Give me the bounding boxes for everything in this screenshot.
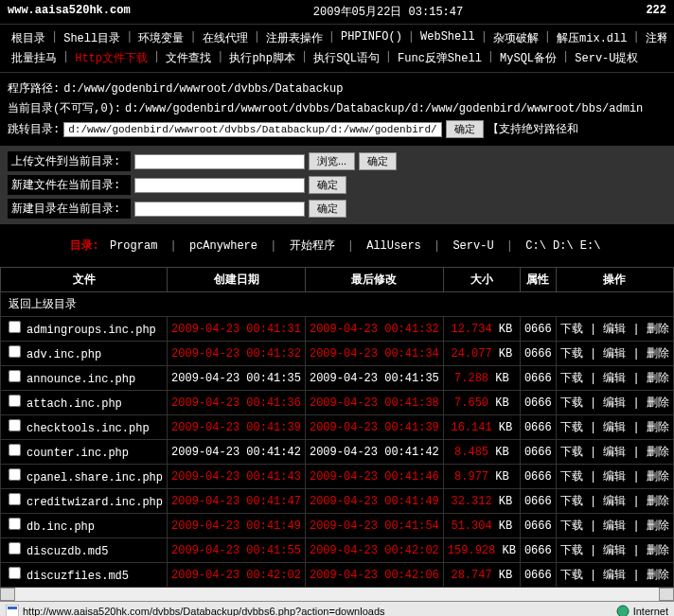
scroll-left-button[interactable] [0, 588, 15, 601]
scroll-right-button[interactable] [659, 588, 674, 601]
file-checkbox[interactable] [9, 518, 21, 530]
newfile-confirm-button[interactable]: 确定 [309, 176, 346, 194]
upload-confirm-button[interactable]: 确定 [359, 152, 397, 170]
menu-item[interactable]: 文件查找 [162, 50, 215, 66]
quick-link[interactable]: C:\ D:\ E:\ [522, 239, 604, 253]
menu-item[interactable]: MySQL备份 [496, 50, 560, 66]
del-link[interactable]: 删除 [647, 372, 669, 385]
jump-confirm-button[interactable]: 确定 [446, 120, 484, 138]
menu-item[interactable]: Func反弹Shell [394, 50, 486, 66]
file-name[interactable]: attach.inc.php [27, 397, 122, 411]
file-checkbox[interactable] [9, 419, 21, 431]
ed-link[interactable]: 编辑 [603, 396, 626, 410]
dl-link[interactable]: 下载 [560, 372, 583, 385]
file-name[interactable]: announce.inc.php [27, 373, 135, 386]
del-link[interactable]: 删除 [647, 446, 669, 459]
del-link[interactable]: 删除 [647, 495, 669, 508]
dl-link[interactable]: 下载 [560, 569, 583, 582]
file-name[interactable]: creditwizard.inc.php [27, 496, 163, 509]
menu-item[interactable]: 注册表操作 [262, 30, 327, 46]
created-date: 2009-04-23 00:41:39 [168, 415, 306, 440]
del-link[interactable]: 删除 [647, 544, 669, 557]
newdir-confirm-button[interactable]: 确定 [309, 200, 346, 218]
file-name[interactable]: admingroups.inc.php [27, 324, 156, 337]
newdir-input[interactable] [134, 202, 305, 217]
file-checkbox[interactable] [9, 370, 21, 382]
quick-link[interactable]: 开始程序 [286, 239, 339, 253]
horizontal-scrollbar[interactable] [0, 588, 674, 601]
menu-item[interactable]: WebShell [417, 30, 479, 46]
scroll-track[interactable] [15, 588, 659, 601]
menu-item[interactable]: Shell目录 [60, 30, 124, 46]
upload-input[interactable] [134, 154, 305, 169]
ed-link[interactable]: 编辑 [603, 372, 626, 385]
menu-item[interactable]: 执行SQL语句 [310, 50, 383, 66]
quick-link[interactable]: AllUsers [363, 239, 425, 253]
menu-item[interactable]: 在线代理 [199, 30, 252, 46]
del-link[interactable]: 删除 [647, 347, 669, 361]
file-checkbox[interactable] [9, 321, 21, 333]
back-row[interactable]: 返回上级目录 [1, 292, 674, 317]
quick-links: 目录: Program | pcAnywhere | 开始程序 | AllUse… [0, 224, 674, 267]
dl-link[interactable]: 下载 [560, 544, 583, 557]
menu-item[interactable]: 环境变量 [134, 30, 187, 46]
menu-item[interactable]: PHPINFO() [337, 30, 406, 46]
dl-link[interactable]: 下载 [560, 519, 583, 533]
file-name[interactable]: checktools.inc.php [27, 422, 150, 435]
ed-link[interactable]: 编辑 [603, 347, 626, 361]
menu-item[interactable]: Serv-U提权 [571, 50, 642, 66]
menu-item[interactable]: 解压mix.dll [553, 30, 630, 46]
file-name[interactable]: discuzfiles.md5 [27, 570, 129, 583]
back-link[interactable]: 返回上级目录 [1, 292, 674, 317]
quick-link[interactable]: Serv-U [449, 239, 497, 253]
file-name[interactable]: discuzdb.md5 [27, 545, 108, 558]
dl-link[interactable]: 下载 [560, 396, 583, 410]
newfile-input[interactable] [134, 178, 305, 193]
file-checkbox[interactable] [9, 493, 21, 505]
menu-item[interactable]: Http文件下载 [71, 50, 151, 66]
menu-item[interactable]: 批量挂马 [8, 50, 61, 66]
dl-link[interactable]: 下载 [560, 421, 583, 434]
ed-link[interactable]: 编辑 [603, 495, 626, 508]
dl-link[interactable]: 下载 [560, 347, 583, 361]
del-link[interactable]: 删除 [647, 396, 669, 410]
file-checkbox[interactable] [9, 542, 21, 554]
ed-link[interactable]: 编辑 [603, 446, 626, 459]
ed-link[interactable]: 编辑 [603, 470, 626, 484]
ed-link[interactable]: 编辑 [603, 544, 626, 557]
dl-link[interactable]: 下载 [560, 323, 583, 336]
dl-link[interactable]: 下载 [560, 470, 583, 484]
browse-button[interactable]: 浏览... [309, 152, 355, 170]
file-checkbox[interactable] [9, 567, 21, 579]
newfile-label: 新建文件在当前目录: [8, 175, 131, 195]
created-date: 2009-04-23 00:41:42 [168, 440, 306, 465]
menu-item[interactable]: 根目录 [8, 30, 49, 46]
menu-item[interactable]: 注释 [642, 30, 666, 46]
file-checkbox[interactable] [9, 395, 21, 407]
quick-link[interactable]: Program [106, 239, 161, 253]
menu-item[interactable]: 杂项破解 [489, 30, 542, 46]
file-size: 51.304 KB [443, 514, 520, 538]
file-name[interactable]: adv.inc.php [27, 348, 101, 361]
file-name[interactable]: db.inc.php [27, 520, 95, 534]
file-checkbox[interactable] [9, 468, 21, 481]
dl-link[interactable]: 下载 [560, 495, 583, 508]
menu-item[interactable]: 执行php脚本 [225, 50, 299, 66]
ed-link[interactable]: 编辑 [603, 569, 626, 582]
dl-link[interactable]: 下载 [560, 446, 583, 459]
ed-link[interactable]: 编辑 [603, 421, 626, 434]
file-name[interactable]: counter.inc.php [27, 447, 129, 460]
del-link[interactable]: 删除 [647, 323, 669, 336]
del-link[interactable]: 删除 [647, 470, 669, 484]
quick-link[interactable]: pcAnywhere [186, 239, 261, 253]
del-link[interactable]: 删除 [647, 569, 669, 582]
file-attr: 0666 [520, 514, 556, 538]
ed-link[interactable]: 编辑 [603, 519, 626, 533]
file-checkbox[interactable] [9, 444, 21, 456]
del-link[interactable]: 删除 [647, 519, 669, 533]
file-name[interactable]: cpanel.share.inc.php [27, 471, 163, 484]
ed-link[interactable]: 编辑 [603, 323, 626, 336]
jump-input[interactable] [63, 122, 442, 137]
del-link[interactable]: 删除 [647, 421, 669, 434]
file-checkbox[interactable] [9, 345, 21, 358]
